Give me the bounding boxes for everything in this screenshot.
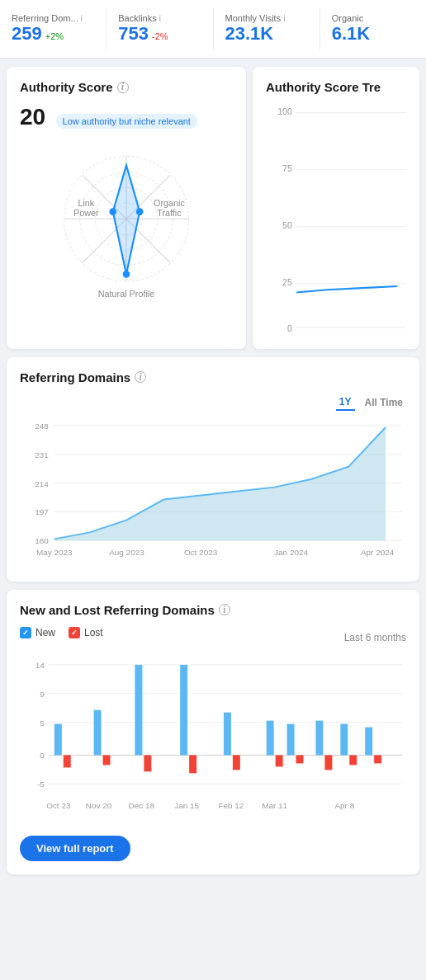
authority-score-title: Authority Score i [20, 80, 233, 94]
svg-text:75: 75 [282, 163, 292, 173]
svg-marker-8 [113, 166, 140, 275]
metrics-bar: Referring Dom... i 259 +2% Backlinks i 7… [0, 0, 426, 59]
legend-row: ✓ New ✓ Lost Last 6 months [20, 627, 406, 648]
referring-domains-info-icon[interactable]: i [81, 14, 83, 23]
toggle-1y-button[interactable]: 1Y [336, 394, 355, 411]
svg-rect-60 [144, 755, 151, 771]
authority-score-info-icon[interactable]: i [117, 82, 129, 93]
svg-rect-65 [267, 720, 274, 755]
new-lost-domains-info-icon[interactable]: i [219, 604, 230, 615]
svg-point-10 [109, 209, 116, 216]
svg-text:Power: Power [73, 208, 99, 218]
svg-text:50: 50 [282, 220, 292, 230]
legend-lost: ✓ Lost [69, 627, 103, 638]
view-full-report-button[interactable]: View full report [20, 836, 130, 861]
svg-rect-73 [365, 727, 372, 755]
backlinks-change: -2% [152, 31, 168, 41]
authority-trend-svg: 100 75 50 25 0 Jul 2023 N [266, 104, 406, 332]
authority-score-trend-title: Authority Score Tre [266, 80, 406, 94]
svg-text:Link: Link [78, 199, 94, 209]
legend-new: ✓ New [20, 627, 55, 638]
metric-organic: Organic 6.1K [320, 8, 426, 49]
svg-text:Oct 2023: Oct 2023 [184, 548, 218, 557]
toggle-all-time-button[interactable]: All Time [362, 394, 406, 411]
svg-text:231: 231 [35, 450, 49, 459]
svg-rect-66 [276, 755, 283, 766]
svg-text:Jan 2024: Jan 2024 [274, 548, 308, 557]
svg-text:May 2023: May 2023 [36, 548, 73, 557]
referring-domains-title: Referring Domains i [20, 370, 406, 384]
authority-score-card: Authority Score i 20 Low authority but n… [7, 67, 246, 348]
metric-backlinks-label: Backlinks i [118, 13, 201, 23]
svg-text:Apr 8: Apr 8 [334, 801, 354, 810]
svg-text:Aug 2023: Aug 2023 [109, 548, 144, 557]
svg-text:Nov 20: Nov 20 [86, 801, 112, 810]
svg-rect-64 [233, 755, 240, 770]
svg-rect-71 [340, 723, 348, 755]
chart-legend: ✓ New ✓ Lost [20, 627, 103, 638]
radar-svg: Link Power Organic Traffic Natural Profi… [36, 139, 217, 304]
monthly-visits-info-icon[interactable]: i [283, 14, 285, 23]
metric-backlinks: Backlinks i 753 -2% [106, 8, 213, 49]
svg-rect-67 [287, 723, 295, 755]
authority-score-badge: Low authority but niche relevant [56, 114, 197, 129]
svg-rect-57 [94, 710, 102, 756]
new-lost-svg: 14 9 5 0 -5 Oc [20, 648, 406, 821]
monthly-visits-value: 23.1K [225, 23, 274, 44]
referring-domains-change: +2% [45, 31, 64, 41]
new-lost-domains-title: New and Lost Referring Domains i [20, 603, 406, 617]
authority-score-value: 20 [20, 104, 45, 130]
referring-domains-chart-info-icon[interactable]: i [135, 371, 146, 383]
svg-rect-58 [103, 755, 111, 765]
svg-rect-61 [180, 665, 187, 756]
svg-rect-63 [224, 713, 231, 756]
referring-domains-svg: 248 231 214 197 180 May 2023 Aug 2023 Oc… [20, 417, 406, 565]
svg-text:14: 14 [36, 661, 45, 670]
svg-text:5: 5 [40, 718, 45, 727]
organic-value: 6.1K [332, 23, 370, 44]
svg-text:100: 100 [277, 106, 292, 116]
svg-text:214: 214 [35, 478, 49, 488]
svg-point-11 [123, 271, 130, 278]
svg-text:Oct 23: Oct 23 [46, 801, 71, 810]
last-6-months-label: Last 6 months [344, 632, 406, 643]
svg-text:248: 248 [35, 422, 49, 431]
svg-rect-56 [64, 755, 71, 767]
svg-text:0: 0 [287, 324, 292, 332]
svg-rect-74 [374, 755, 381, 763]
svg-marker-39 [54, 427, 386, 540]
svg-point-9 [136, 209, 144, 216]
new-lost-domains-card: New and Lost Referring Domains i ✓ New ✓… [7, 590, 419, 874]
svg-rect-70 [324, 755, 332, 770]
svg-rect-62 [189, 755, 196, 773]
radar-chart: Link Power Organic Traffic Natural Profi… [36, 139, 217, 304]
metric-referring-domains-label: Referring Dom... i [12, 13, 94, 23]
metric-monthly-visits-label: Monthly Visits i [225, 13, 308, 23]
svg-text:Natural Profile: Natural Profile [98, 290, 154, 299]
svg-text:25: 25 [282, 277, 292, 287]
svg-text:Dec 18: Dec 18 [129, 801, 155, 810]
metric-referring-domains: Referring Dom... i 259 +2% [0, 8, 106, 49]
svg-text:Organic: Organic [154, 199, 185, 209]
svg-rect-59 [135, 665, 142, 756]
referring-domains-card: Referring Domains i 1Y All Time 248 231 … [7, 357, 419, 582]
time-toggle: 1Y All Time [20, 394, 406, 411]
svg-text:Mar 11: Mar 11 [262, 801, 287, 810]
authority-row: Authority Score i 20 Low authority but n… [7, 67, 419, 348]
svg-text:Traffic: Traffic [157, 208, 182, 218]
svg-text:0: 0 [40, 751, 45, 760]
svg-text:Feb 12: Feb 12 [218, 801, 244, 810]
svg-text:-5: -5 [37, 780, 45, 789]
svg-rect-68 [296, 755, 304, 763]
svg-text:Apr 2024: Apr 2024 [361, 548, 395, 557]
svg-rect-72 [349, 755, 357, 765]
backlinks-info-icon[interactable]: i [159, 14, 161, 23]
authority-score-trend-card: Authority Score Tre 100 75 50 25 0 Jul 2… [253, 67, 419, 348]
svg-text:180: 180 [35, 536, 49, 545]
metric-monthly-visits: Monthly Visits i 23.1K [214, 8, 320, 49]
svg-text:197: 197 [35, 507, 49, 516]
metric-organic-label: Organic [332, 13, 414, 23]
svg-rect-55 [54, 723, 62, 755]
referring-domains-value: 259 [12, 23, 42, 45]
backlinks-value: 753 [118, 23, 149, 45]
